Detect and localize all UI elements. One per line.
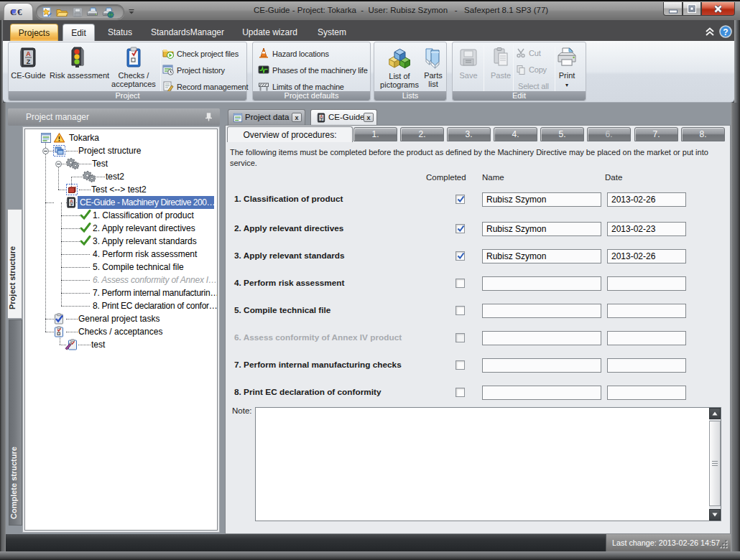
svg-text:Z: Z — [26, 58, 30, 65]
svg-text:?: ? — [723, 27, 728, 37]
svg-text:A: A — [26, 50, 31, 57]
svg-text:Z: Z — [320, 118, 323, 122]
svg-text:€: € — [17, 6, 22, 17]
